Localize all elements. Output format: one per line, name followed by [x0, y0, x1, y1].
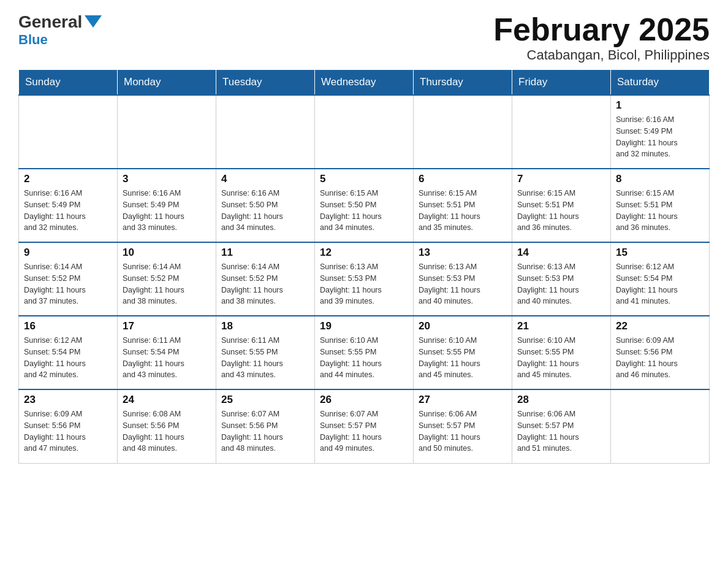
- calendar-day: 10Sunrise: 6:14 AM Sunset: 5:52 PM Dayli…: [118, 242, 216, 316]
- day-number: 21: [517, 320, 605, 332]
- calendar-day: [512, 95, 611, 169]
- calendar-day: 12Sunrise: 6:13 AM Sunset: 5:53 PM Dayli…: [315, 242, 414, 316]
- calendar-day: 28Sunrise: 6:06 AM Sunset: 5:57 PM Dayli…: [512, 389, 611, 463]
- day-number: 5: [320, 173, 408, 185]
- day-header-tuesday: Tuesday: [216, 70, 315, 96]
- calendar-day: 17Sunrise: 6:11 AM Sunset: 5:54 PM Dayli…: [118, 316, 216, 389]
- calendar-day: 7Sunrise: 6:15 AM Sunset: 5:51 PM Daylig…: [512, 169, 611, 242]
- calendar-day: 18Sunrise: 6:11 AM Sunset: 5:55 PM Dayli…: [216, 316, 315, 389]
- logo-general-text: General: [18, 12, 82, 32]
- calendar-day: 22Sunrise: 6:09 AM Sunset: 5:56 PM Dayli…: [611, 316, 710, 389]
- calendar-table: SundayMondayTuesdayWednesdayThursdayFrid…: [18, 69, 710, 464]
- calendar-day: 6Sunrise: 6:15 AM Sunset: 5:51 PM Daylig…: [414, 169, 512, 242]
- calendar-day: 21Sunrise: 6:10 AM Sunset: 5:55 PM Dayli…: [512, 316, 611, 389]
- day-info: Sunrise: 6:13 AM Sunset: 5:53 PM Dayligh…: [419, 261, 507, 307]
- calendar-day: 1Sunrise: 6:16 AM Sunset: 5:49 PM Daylig…: [611, 95, 710, 169]
- day-number: 3: [123, 173, 211, 185]
- calendar-day: [315, 95, 414, 169]
- day-info: Sunrise: 6:12 AM Sunset: 5:54 PM Dayligh…: [24, 335, 112, 381]
- calendar-day: 13Sunrise: 6:13 AM Sunset: 5:53 PM Dayli…: [414, 242, 512, 316]
- page-header: General Blue February 2025 Catabangan, B…: [18, 12, 710, 63]
- day-info: Sunrise: 6:07 AM Sunset: 5:56 PM Dayligh…: [221, 408, 309, 454]
- calendar-day: 11Sunrise: 6:14 AM Sunset: 5:52 PM Dayli…: [216, 242, 315, 316]
- calendar-day: [118, 95, 216, 169]
- day-info: Sunrise: 6:10 AM Sunset: 5:55 PM Dayligh…: [419, 335, 507, 381]
- calendar-day: 27Sunrise: 6:06 AM Sunset: 5:57 PM Dayli…: [414, 389, 512, 463]
- day-info: Sunrise: 6:16 AM Sunset: 5:49 PM Dayligh…: [24, 188, 112, 234]
- day-info: Sunrise: 6:15 AM Sunset: 5:51 PM Dayligh…: [419, 188, 507, 234]
- calendar-day: 19Sunrise: 6:10 AM Sunset: 5:55 PM Dayli…: [315, 316, 414, 389]
- calendar-day: 23Sunrise: 6:09 AM Sunset: 5:56 PM Dayli…: [19, 389, 118, 463]
- day-info: Sunrise: 6:10 AM Sunset: 5:55 PM Dayligh…: [517, 335, 605, 381]
- week-row-2: 2Sunrise: 6:16 AM Sunset: 5:49 PM Daylig…: [19, 169, 710, 242]
- day-info: Sunrise: 6:11 AM Sunset: 5:54 PM Dayligh…: [123, 335, 211, 381]
- calendar-subtitle: Catabangan, Bicol, Philippines: [493, 47, 710, 63]
- week-row-5: 23Sunrise: 6:09 AM Sunset: 5:56 PM Dayli…: [19, 389, 710, 463]
- day-number: 6: [419, 173, 507, 185]
- logo-triangle-icon: [85, 15, 102, 28]
- calendar-day: 26Sunrise: 6:07 AM Sunset: 5:57 PM Dayli…: [315, 389, 414, 463]
- day-number: 13: [419, 247, 507, 259]
- day-number: 15: [616, 247, 704, 259]
- calendar-day: 14Sunrise: 6:13 AM Sunset: 5:53 PM Dayli…: [512, 242, 611, 316]
- day-number: 11: [221, 247, 309, 259]
- day-header-wednesday: Wednesday: [315, 70, 414, 96]
- day-info: Sunrise: 6:11 AM Sunset: 5:55 PM Dayligh…: [221, 335, 309, 381]
- day-info: Sunrise: 6:06 AM Sunset: 5:57 PM Dayligh…: [419, 408, 507, 454]
- day-number: 27: [419, 394, 507, 406]
- day-info: Sunrise: 6:14 AM Sunset: 5:52 PM Dayligh…: [221, 261, 309, 307]
- day-info: Sunrise: 6:06 AM Sunset: 5:57 PM Dayligh…: [517, 408, 605, 454]
- calendar-day: 15Sunrise: 6:12 AM Sunset: 5:54 PM Dayli…: [611, 242, 710, 316]
- title-block: February 2025 Catabangan, Bicol, Philipp…: [493, 12, 710, 63]
- day-number: 10: [123, 247, 211, 259]
- calendar-title: February 2025: [493, 12, 710, 47]
- day-info: Sunrise: 6:10 AM Sunset: 5:55 PM Dayligh…: [320, 335, 408, 381]
- calendar-day: 24Sunrise: 6:08 AM Sunset: 5:56 PM Dayli…: [118, 389, 216, 463]
- day-number: 23: [24, 394, 112, 406]
- day-number: 25: [221, 394, 309, 406]
- day-number: 2: [24, 173, 112, 185]
- calendar-day: [611, 389, 710, 463]
- day-header-thursday: Thursday: [414, 70, 512, 96]
- day-number: 12: [320, 247, 408, 259]
- day-info: Sunrise: 6:16 AM Sunset: 5:50 PM Dayligh…: [221, 188, 309, 234]
- day-number: 4: [221, 173, 309, 185]
- day-info: Sunrise: 6:12 AM Sunset: 5:54 PM Dayligh…: [616, 261, 704, 307]
- day-info: Sunrise: 6:07 AM Sunset: 5:57 PM Dayligh…: [320, 408, 408, 454]
- logo-blue-text: Blue: [18, 33, 102, 47]
- calendar-day: 2Sunrise: 6:16 AM Sunset: 5:49 PM Daylig…: [19, 169, 118, 242]
- calendar-header-row: SundayMondayTuesdayWednesdayThursdayFrid…: [19, 70, 710, 96]
- day-number: 28: [517, 394, 605, 406]
- day-info: Sunrise: 6:16 AM Sunset: 5:49 PM Dayligh…: [616, 114, 704, 160]
- day-info: Sunrise: 6:16 AM Sunset: 5:49 PM Dayligh…: [123, 188, 211, 234]
- calendar-day: 8Sunrise: 6:15 AM Sunset: 5:51 PM Daylig…: [611, 169, 710, 242]
- day-number: 19: [320, 320, 408, 332]
- day-number: 1: [616, 99, 704, 112]
- day-number: 26: [320, 394, 408, 406]
- day-info: Sunrise: 6:08 AM Sunset: 5:56 PM Dayligh…: [123, 408, 211, 454]
- calendar-day: 5Sunrise: 6:15 AM Sunset: 5:50 PM Daylig…: [315, 169, 414, 242]
- day-info: Sunrise: 6:15 AM Sunset: 5:50 PM Dayligh…: [320, 188, 408, 234]
- day-info: Sunrise: 6:15 AM Sunset: 5:51 PM Dayligh…: [616, 188, 704, 234]
- calendar-day: 20Sunrise: 6:10 AM Sunset: 5:55 PM Dayli…: [414, 316, 512, 389]
- day-header-friday: Friday: [512, 70, 611, 96]
- day-number: 22: [616, 320, 704, 332]
- day-info: Sunrise: 6:09 AM Sunset: 5:56 PM Dayligh…: [616, 335, 704, 381]
- day-number: 9: [24, 247, 112, 259]
- day-number: 7: [517, 173, 605, 185]
- day-number: 17: [123, 320, 211, 332]
- day-number: 18: [221, 320, 309, 332]
- day-info: Sunrise: 6:13 AM Sunset: 5:53 PM Dayligh…: [320, 261, 408, 307]
- day-info: Sunrise: 6:15 AM Sunset: 5:51 PM Dayligh…: [517, 188, 605, 234]
- day-number: 24: [123, 394, 211, 406]
- calendar-day: 16Sunrise: 6:12 AM Sunset: 5:54 PM Dayli…: [19, 316, 118, 389]
- day-info: Sunrise: 6:13 AM Sunset: 5:53 PM Dayligh…: [517, 261, 605, 307]
- logo: General Blue: [18, 12, 102, 47]
- day-number: 16: [24, 320, 112, 332]
- week-row-4: 16Sunrise: 6:12 AM Sunset: 5:54 PM Dayli…: [19, 316, 710, 389]
- day-number: 20: [419, 320, 507, 332]
- day-number: 14: [517, 247, 605, 259]
- week-row-1: 1Sunrise: 6:16 AM Sunset: 5:49 PM Daylig…: [19, 95, 710, 169]
- day-header-sunday: Sunday: [19, 70, 118, 96]
- calendar-day: 9Sunrise: 6:14 AM Sunset: 5:52 PM Daylig…: [19, 242, 118, 316]
